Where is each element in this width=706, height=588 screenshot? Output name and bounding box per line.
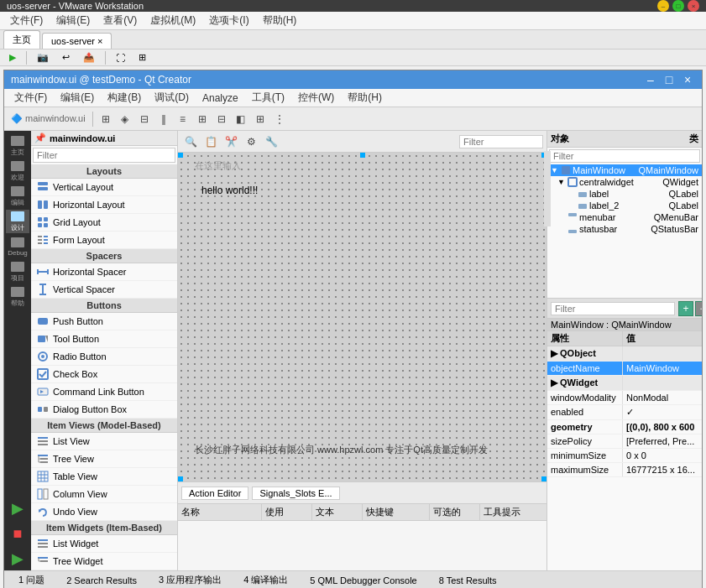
props-add-btn[interactable]: +: [678, 301, 693, 316]
canvas-handle-tc[interactable]: [360, 153, 365, 158]
widget-radio-button[interactable]: Radio Button: [31, 348, 177, 366]
props-row-sizepolicy[interactable]: sizePolicy [Preferred, Pre...: [547, 434, 702, 449]
props-row-maximumsize[interactable]: maximumSize 16777215 x 16...: [547, 463, 702, 477]
canvas-btn-1[interactable]: 🔍: [181, 133, 200, 151]
widget-vertical-spacer[interactable]: Vertical Spacer: [31, 281, 177, 299]
widget-table-view[interactable]: Table View: [31, 468, 177, 486]
qt-menu-controls[interactable]: 控件(W): [291, 89, 341, 107]
bottom-tab-compile[interactable]: 4 编译输出: [236, 572, 295, 588]
vm-menu-file[interactable]: 文件(F): [3, 12, 50, 29]
canvas-dotted-bg[interactable]: 在这里输入 hello world!!! 长沙红胖子网络科技有限公司 www.h…: [178, 153, 546, 481]
sidebar-release[interactable]: ▶: [6, 497, 29, 520]
canvas-btn-2[interactable]: 📋: [201, 133, 220, 151]
widget-tree-widget[interactable]: Tree Widget: [31, 553, 177, 570]
qt-tool-1[interactable]: ⊞: [97, 110, 115, 128]
vm-tab-home[interactable]: 主页: [3, 30, 40, 49]
bottom-tab-test[interactable]: 8 Test Results: [431, 574, 505, 587]
sidebar-welcome[interactable]: 欢迎: [6, 159, 29, 183]
vm-snapshot-btn[interactable]: 📷: [31, 49, 55, 65]
tree-item-label2[interactable]: label_2 QLabel: [547, 200, 702, 211]
widget-horizontal-spacer[interactable]: Horizontal Spacer: [31, 263, 177, 281]
tree-item-mainwindow[interactable]: ▼ MainWindow QMainWindow: [547, 164, 702, 176]
qt-menu-edit[interactable]: 编辑(E): [54, 89, 101, 107]
vm-tab-server[interactable]: uos-server ×: [42, 33, 112, 49]
canvas-handle-tl[interactable]: [178, 153, 183, 158]
qt-tool-3[interactable]: ⊟: [135, 110, 154, 128]
widget-list-widget[interactable]: List Widget: [31, 535, 177, 553]
widget-form-layout[interactable]: Form Layout: [31, 232, 177, 249]
vm-menu-view[interactable]: 查看(V): [97, 12, 144, 29]
qt-menu-build[interactable]: 构建(B): [101, 89, 148, 107]
qt-menu-debug[interactable]: 调试(D): [148, 89, 196, 107]
bottom-tab-search[interactable]: 2 Search Results: [59, 574, 144, 587]
vm-power-btn[interactable]: ▶: [3, 49, 22, 65]
widget-panel-pin[interactable]: 📌: [34, 133, 46, 143]
sidebar-edit[interactable]: 编辑: [6, 185, 29, 208]
vm-menu-edit[interactable]: 编辑(E): [50, 12, 97, 29]
qt-menu-tools[interactable]: 工具(T): [245, 89, 291, 107]
canvas-handle-bl[interactable]: [178, 476, 183, 481]
qt-tool-7[interactable]: ⊟: [212, 110, 231, 128]
props-row-minimumsize[interactable]: minimumSize 0 x 0: [547, 449, 702, 463]
vm-revert-btn[interactable]: ↩: [56, 49, 76, 65]
widget-tree-view[interactable]: Tree View: [31, 450, 177, 468]
sidebar-project[interactable]: 项目: [6, 260, 29, 284]
props-filter-input[interactable]: [551, 302, 675, 315]
bottom-tab-qml[interactable]: 5 QML Debugger Console: [302, 574, 424, 587]
sidebar-icon-3[interactable]: ▶: [6, 547, 29, 570]
action-editor-tab[interactable]: Action Editor: [181, 487, 248, 500]
props-row-geometry[interactable]: geometry [(0,0), 800 x 600: [547, 420, 702, 434]
qt-close-btn[interactable]: ×: [680, 72, 695, 87]
qt-tool-10[interactable]: ⋮: [270, 110, 289, 128]
object-filter-input[interactable]: [549, 149, 700, 163]
qt-tool-8[interactable]: ◧: [232, 110, 250, 128]
widget-column-view[interactable]: Column View: [31, 486, 177, 503]
widget-command-link[interactable]: Command Link Button: [31, 383, 177, 401]
tree-item-label[interactable]: label QLabel: [547, 188, 702, 200]
bottom-tab-problems[interactable]: 1 问题: [11, 572, 52, 588]
vm-close-btn[interactable]: ×: [688, 0, 699, 12]
vm-fullscreen-btn[interactable]: ⛶: [110, 50, 131, 65]
widget-list-view[interactable]: List View: [31, 433, 177, 450]
props-row-objectname[interactable]: objectName MainWindow: [547, 362, 702, 376]
qt-minimize-btn[interactable]: –: [643, 72, 658, 87]
widget-grid-layout[interactable]: Grid Layout: [31, 214, 177, 232]
canvas-content[interactable]: 在这里输入 hello world!!! 长沙红胖子网络科技有限公司 www.h…: [178, 153, 546, 481]
widget-dialog-button[interactable]: Dialog Button Box: [31, 401, 177, 419]
widget-check-box[interactable]: Check Box: [31, 366, 177, 383]
sidebar-icon-2[interactable]: ■: [6, 522, 29, 545]
qt-menu-help[interactable]: 帮助(H): [341, 89, 389, 107]
tree-item-menubar[interactable]: menubar QMenuBar: [547, 211, 702, 223]
canvas-handle-br[interactable]: [541, 476, 546, 481]
vm-send-btn[interactable]: 📤: [77, 49, 101, 65]
qt-maximize-btn[interactable]: □: [662, 72, 677, 87]
vm-maximize-btn[interactable]: □: [672, 0, 684, 12]
canvas-btn-5[interactable]: 🔧: [262, 133, 280, 151]
vm-menu-help[interactable]: 帮助(H): [256, 12, 304, 29]
qt-menu-analyze[interactable]: Analyze: [196, 91, 245, 106]
canvas-btn-4[interactable]: ⚙: [242, 133, 260, 151]
widget-undo-view[interactable]: Undo View: [31, 503, 177, 521]
props-remove-btn[interactable]: −: [695, 301, 702, 316]
sidebar-home[interactable]: 主页: [6, 134, 29, 158]
widget-horizontal-layout[interactable]: Horizontal Layout: [31, 196, 177, 214]
vm-menu-vm[interactable]: 虚拟机(M): [144, 12, 202, 29]
bottom-tab-app-output[interactable]: 3 应用程序输出: [151, 572, 229, 588]
widget-tool-button[interactable]: Tool Button: [31, 330, 177, 348]
vm-menu-tabs[interactable]: 选项卡(I): [202, 12, 255, 29]
vm-minimize-btn[interactable]: –: [657, 0, 669, 12]
widget-push-button[interactable]: Push Button: [31, 313, 177, 330]
sidebar-design[interactable]: 设计: [6, 210, 29, 233]
signals-slots-tab[interactable]: Signals_Slots E...: [252, 487, 339, 500]
sidebar-help[interactable]: 帮助: [6, 285, 29, 309]
props-row-enabled[interactable]: enabled ✓: [547, 405, 702, 420]
qt-tool-5[interactable]: ≡: [174, 110, 192, 128]
qt-tool-9[interactable]: ⊞: [251, 110, 269, 128]
qt-tool-6[interactable]: ⊞: [193, 110, 212, 128]
canvas-filter-input[interactable]: [459, 135, 543, 148]
tree-item-centralwidget[interactable]: ▼ centralwidget QWidget: [547, 176, 702, 188]
widget-vertical-layout[interactable]: Vertical Layout: [31, 179, 177, 196]
canvas-btn-3[interactable]: ✂️: [222, 133, 240, 151]
tree-item-statusbar[interactable]: statusbar QStatusBar: [547, 223, 702, 235]
widget-search-input[interactable]: [33, 148, 175, 163]
